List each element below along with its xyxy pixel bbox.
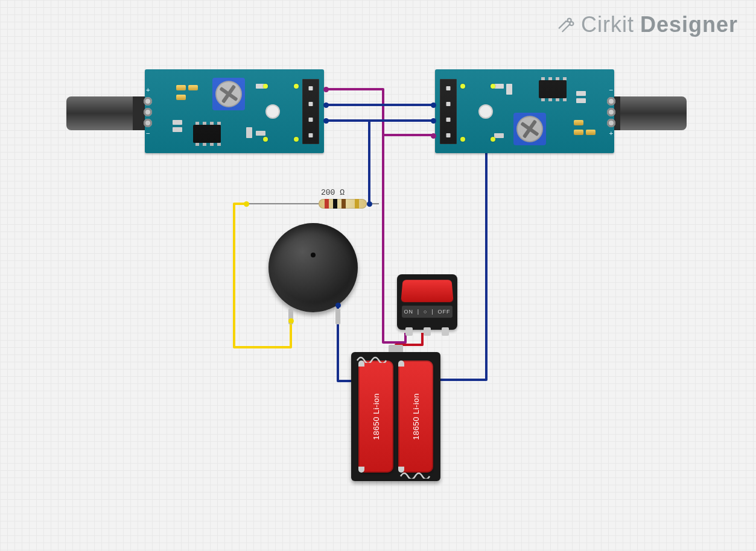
ic-chip-left: [193, 125, 221, 143]
switch-circle: ○: [424, 309, 427, 315]
probe-right[interactable]: [608, 96, 687, 130]
resistor-label: 200 Ω: [321, 188, 345, 197]
node-resistor-right: [367, 201, 372, 207]
switch-label-panel: ON | ○ | OFF: [402, 306, 453, 318]
switch-lug-2: [424, 327, 431, 336]
minus-mark-r: −: [609, 86, 613, 94]
probe-left[interactable]: [66, 96, 145, 130]
sensor-module-right[interactable]: − +: [435, 69, 614, 153]
switch-divider: |: [418, 309, 419, 315]
switch-off-label: OFF: [438, 309, 451, 315]
cell-label-1: 18650 Li-ion: [372, 393, 381, 440]
resistor-200-ohm[interactable]: [319, 199, 367, 209]
battery-cell-1: 18650 Li-ion: [358, 361, 393, 473]
pin-header-left[interactable]: [302, 79, 319, 144]
switch-lug-3: [442, 327, 449, 336]
plus-mark-r: +: [609, 130, 613, 137]
minus-mark: −: [146, 130, 150, 137]
switch-lug-1: [405, 327, 413, 336]
node-resistor-left: [244, 201, 249, 207]
switch-divider2: |: [431, 309, 433, 315]
logo-text-2: Designer: [640, 12, 738, 37]
pin-header-right[interactable]: [440, 79, 457, 144]
battery-terminal: [389, 345, 403, 352]
trimpot-left[interactable]: [212, 78, 245, 110]
spring-icon: [356, 354, 392, 363]
plus-mark: +: [146, 86, 150, 94]
spring-icon: [399, 470, 436, 479]
rocker-toggle[interactable]: [401, 280, 453, 302]
app-logo: Cirkit Designer: [557, 12, 738, 37]
battery-cell-2: 18650 Li-ion: [398, 361, 433, 473]
rocker-switch[interactable]: ON | ○ | OFF: [397, 274, 457, 330]
logo-text-1: Cirkit: [581, 12, 634, 37]
switch-on-label: ON: [404, 309, 413, 315]
ic-chip-right: [539, 80, 567, 98]
buzzer-pin-minus: [335, 309, 340, 324]
logo-icon: [557, 16, 575, 34]
cell-label-2: 18650 Li-ion: [411, 393, 421, 440]
trimpot-right[interactable]: [513, 113, 546, 145]
piezo-buzzer[interactable]: [268, 223, 358, 312]
diagram-canvas[interactable]: Cirkit Designer: [0, 0, 756, 551]
sensor-module-left[interactable]: + −: [145, 69, 324, 153]
battery-holder-2x18650[interactable]: 18650 Li-ion 18650 Li-ion: [351, 352, 440, 481]
